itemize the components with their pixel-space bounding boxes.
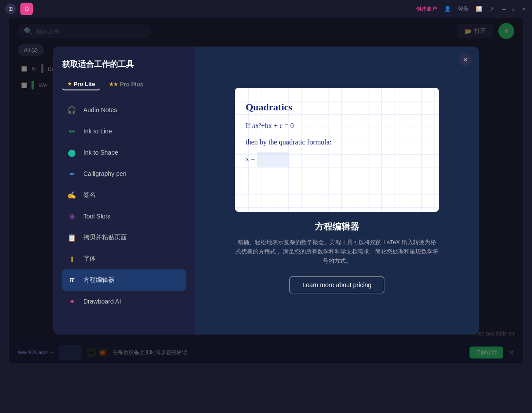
learn-more-pricing-button[interactable]: Learn more about pricing xyxy=(289,277,384,293)
register-button[interactable]: 创建账户 xyxy=(416,5,437,13)
feature-item-ink-to-line[interactable]: ✏ Ink to Line xyxy=(62,121,186,142)
feature-item-tool-slots[interactable]: ⊕ Tool Slots xyxy=(62,206,186,227)
app-nav-icon[interactable]: ⊞ xyxy=(5,4,16,14)
login-button[interactable]: 登录 xyxy=(458,5,469,13)
plan-tab-pro-plus[interactable]: ★★ Pro Plus xyxy=(104,78,149,90)
handwriting-content: Quadratics If ax²+bx + c = 0 then by the… xyxy=(246,98,428,167)
plan-tabs: ★ Pro Lite ★★ Pro Plus xyxy=(62,78,186,90)
titlebar: ⊞ D 创建账户 👤 登录 🪟 ↗ — □ ✕ xyxy=(0,0,532,18)
drawboard-ai-icon: ✦ xyxy=(66,295,78,308)
modal-close-button[interactable]: ✕ xyxy=(459,54,472,66)
modal-dialog: 获取适合工作的工具 ★ Pro Lite ★★ Pro Plus 🎧 Audio… xyxy=(53,47,479,335)
maximize-button[interactable]: □ xyxy=(511,6,517,12)
modal-sidebar: 获取适合工作的工具 ★ Pro Lite ★★ Pro Plus 🎧 Audio… xyxy=(53,47,195,335)
plan-tab-pro-lite[interactable]: ★ Pro Lite xyxy=(62,78,100,90)
window-controls: — □ ✕ xyxy=(501,6,527,12)
feature-item-fonts[interactable]: ||| 字体 xyxy=(62,248,186,269)
titlebar-right: 创建账户 👤 登录 🪟 ↗ — □ ✕ xyxy=(416,5,527,13)
feature-item-ink-to-shape[interactable]: ⬤ Ink to Shape xyxy=(62,142,186,163)
fonts-icon: ||| xyxy=(66,253,78,265)
feature-item-audio-notes[interactable]: 🎧 Audio Notes xyxy=(62,99,186,121)
equation-editor-icon: π xyxy=(66,274,78,286)
double-star-icon: ★★ xyxy=(109,82,118,87)
equation-title-line: Quadratics xyxy=(246,98,428,116)
titlebar-left: ⊞ D xyxy=(5,3,33,15)
star-icon: ★ xyxy=(67,81,72,87)
feature-detail-desc: 精确、轻松地表示复杂的数学概念。方程工具可以将您的 LaTeX 输入转换为格式优… xyxy=(235,238,439,265)
signature-icon: ✍ xyxy=(66,189,78,201)
equation-line3: then by the quadratic formula: xyxy=(246,136,428,149)
app-logo: D xyxy=(20,3,33,15)
equation-line4: x = xyxy=(246,152,428,167)
tool-slots-icon: ⊕ xyxy=(66,210,78,222)
window-icon: 🪟 xyxy=(476,6,482,12)
modal-content: ✕ Quadratics If ax²+bx + c = 0 then by t… xyxy=(195,47,479,335)
feature-detail-title: 方程编辑器 xyxy=(315,221,359,233)
feature-item-drawboard-ai[interactable]: ✦ Drawboard AI xyxy=(62,291,186,312)
main-area: 🔍 📂 打开 + All (2) D ↻ Bug We Also avai xyxy=(9,18,523,363)
calligraphy-pen-icon: ✒ xyxy=(66,168,78,180)
modal-title: 获取适合工作的工具 xyxy=(62,59,186,70)
feature-item-copy-paste[interactable]: 📋 拷贝并粘贴页面 xyxy=(62,227,186,248)
feature-item-calligraphy-pen[interactable]: ✒ Calligraphy pen xyxy=(62,163,186,184)
audio-notes-icon: 🎧 xyxy=(66,104,78,116)
feature-list: 🎧 Audio Notes ✏ Ink to Line ⬤ Ink to Sha… xyxy=(62,99,186,312)
minimize-button[interactable]: — xyxy=(501,6,507,12)
ink-to-shape-icon: ⬤ xyxy=(66,146,78,159)
copy-paste-icon: 📋 xyxy=(66,231,78,244)
close-window-button[interactable]: ✕ xyxy=(520,6,527,12)
feature-item-equation-editor[interactable]: π 方程编辑器 xyxy=(62,269,186,291)
equation-result-highlight xyxy=(257,152,289,167)
avatar-icon: 👤 xyxy=(444,6,451,12)
ink-to-line-icon: ✏ xyxy=(66,125,78,137)
share-icon: ↗ xyxy=(489,6,494,12)
equation-preview-card: Quadratics If ax²+bx + c = 0 then by the… xyxy=(235,88,439,212)
equation-line2: If ax²+bx + c = 0 xyxy=(246,120,428,132)
feature-item-signature[interactable]: ✍ 签名 xyxy=(62,184,186,206)
